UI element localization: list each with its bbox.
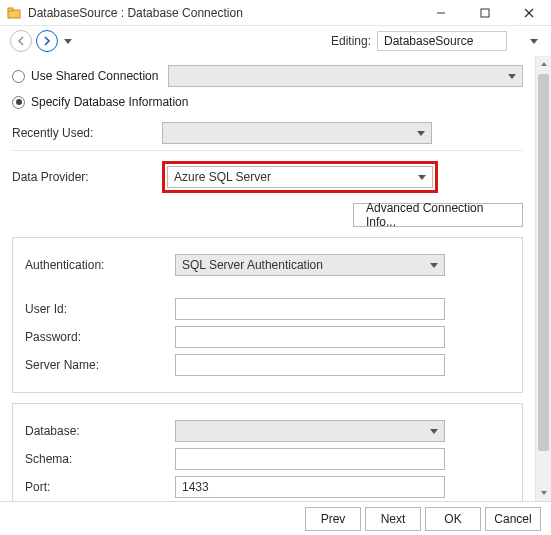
nav-toolbar: Editing: DatabaseSource <box>0 26 551 56</box>
chevron-down-icon <box>417 131 425 136</box>
dialog-footer: Prev Next OK Cancel <box>0 501 551 535</box>
authentication-select[interactable]: SQL Server Authentication <box>175 254 445 276</box>
scroll-up-arrow[interactable] <box>536 56 551 72</box>
database-select[interactable] <box>175 420 445 442</box>
editing-select[interactable]: DatabaseSource <box>377 31 507 51</box>
schema-input[interactable] <box>175 448 445 470</box>
vertical-scrollbar[interactable] <box>535 56 551 501</box>
user-id-label: User Id: <box>25 302 175 316</box>
forward-button[interactable] <box>36 30 58 52</box>
shared-connection-select[interactable] <box>168 65 523 87</box>
user-id-input[interactable] <box>175 298 445 320</box>
password-label: Password: <box>25 330 175 344</box>
authentication-value: SQL Server Authentication <box>182 258 323 272</box>
svg-rect-1 <box>8 8 13 11</box>
back-button[interactable] <box>10 30 32 52</box>
port-input[interactable]: 1433 <box>175 476 445 498</box>
chevron-down-icon <box>430 263 438 268</box>
scroll-thumb[interactable] <box>538 74 549 451</box>
server-name-label: Server Name: <box>25 358 175 372</box>
data-provider-label: Data Provider: <box>12 170 162 184</box>
port-label: Port: <box>25 480 175 494</box>
chevron-down-icon <box>430 429 438 434</box>
close-button[interactable] <box>507 0 551 25</box>
use-shared-connection-radio[interactable] <box>12 70 25 83</box>
titlebar: DatabaseSource : Database Connection <box>0 0 551 26</box>
advanced-connection-info-label: Advanced Connection Info... <box>366 201 510 229</box>
nav-history-dropdown[interactable] <box>62 39 74 44</box>
divider <box>12 150 523 151</box>
data-provider-highlight: Azure SQL Server <box>162 161 438 193</box>
specify-database-info-radio[interactable] <box>12 96 25 109</box>
server-name-input[interactable] <box>175 354 445 376</box>
specify-database-info-label: Specify Database Information <box>31 95 188 109</box>
authentication-label: Authentication: <box>25 258 175 272</box>
svg-rect-3 <box>481 9 489 17</box>
recently-used-select[interactable] <box>162 122 432 144</box>
cancel-button[interactable]: Cancel <box>485 507 541 531</box>
database-label: Database: <box>25 424 175 438</box>
database-section: Database: Schema: Port: 1433 Test Connec… <box>12 403 523 501</box>
authentication-section: Authentication: SQL Server Authenticatio… <box>12 237 523 393</box>
chevron-down-icon <box>418 175 426 180</box>
advanced-connection-info-button[interactable]: Advanced Connection Info... <box>353 203 523 227</box>
use-shared-connection-label: Use Shared Connection <box>31 69 158 83</box>
editing-label: Editing: <box>331 34 371 48</box>
minimize-button[interactable] <box>419 0 463 25</box>
editing-value: DatabaseSource <box>384 34 473 48</box>
maximize-button[interactable] <box>463 0 507 25</box>
window-title: DatabaseSource : Database Connection <box>28 6 419 20</box>
prev-button[interactable]: Prev <box>305 507 361 531</box>
dialog-content: Use Shared Connection Specify Database I… <box>0 56 535 501</box>
chevron-down-icon <box>508 74 516 79</box>
editing-dropdown-caret[interactable] <box>527 39 541 44</box>
schema-label: Schema: <box>25 452 175 466</box>
folder-icon <box>6 5 22 21</box>
recently-used-label: Recently Used: <box>12 126 162 140</box>
ok-button[interactable]: OK <box>425 507 481 531</box>
next-button[interactable]: Next <box>365 507 421 531</box>
data-provider-value: Azure SQL Server <box>174 170 271 184</box>
data-provider-select[interactable]: Azure SQL Server <box>167 166 433 188</box>
password-input[interactable] <box>175 326 445 348</box>
scroll-down-arrow[interactable] <box>536 485 551 501</box>
